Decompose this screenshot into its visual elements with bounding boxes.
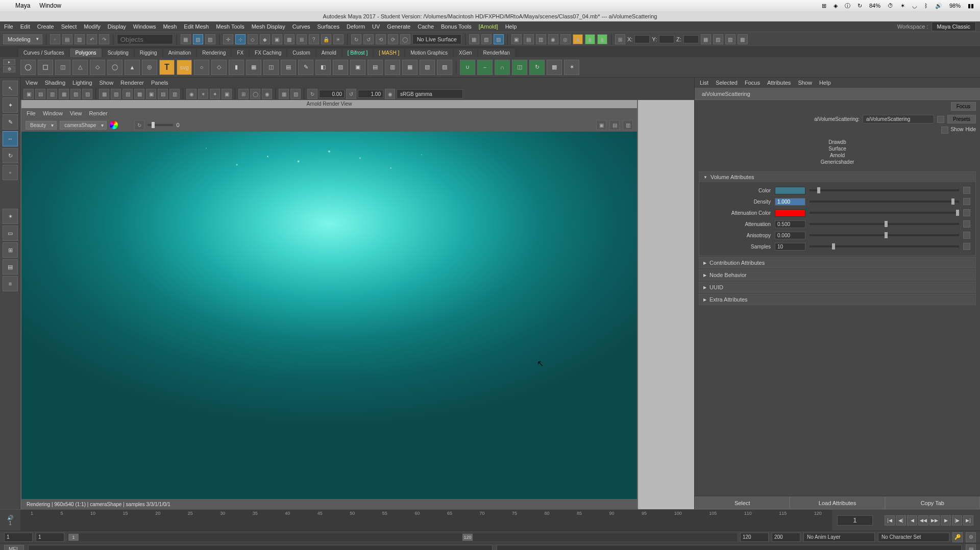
toggle-icon[interactable]: ▧: [481, 34, 492, 44]
sym-icon[interactable]: ◯: [400, 34, 410, 44]
paint-select-icon[interactable]: ✎: [3, 114, 18, 130]
hypershade-icon[interactable]: ◉: [548, 34, 558, 44]
panel-view[interactable]: View: [26, 80, 38, 86]
shelf-tab-custom[interactable]: Custom: [287, 48, 315, 57]
menu-bonus[interactable]: Bonus Tools: [441, 23, 472, 30]
attenuation-color-swatch[interactable]: [775, 209, 805, 217]
axis-x-field[interactable]: [634, 35, 650, 43]
rotate-tool-icon[interactable]: ↻: [3, 148, 18, 163]
undo-icon[interactable]: ↶: [87, 34, 97, 44]
shelf-tab-animation[interactable]: Animation: [163, 48, 196, 57]
snap-curve-icon[interactable]: ⊹: [235, 34, 246, 44]
grid-icon[interactable]: ⊞: [238, 89, 249, 99]
rv-view[interactable]: View: [70, 110, 82, 116]
mac-window-menu[interactable]: Window: [39, 2, 61, 9]
target-weld-icon[interactable]: ▧: [420, 60, 435, 75]
mac-app-name[interactable]: Maya: [15, 2, 30, 9]
menu-set-dropdown[interactable]: Modeling: [3, 34, 42, 44]
density-field[interactable]: [775, 198, 805, 206]
hud-icon[interactable]: ◯: [250, 89, 260, 99]
shelf-tab-rendering[interactable]: Rendering: [197, 48, 231, 57]
new-scene-icon[interactable]: ▫: [50, 34, 60, 44]
hide-button[interactable]: Hide: [965, 127, 976, 134]
range-end-field[interactable]: [772, 533, 800, 542]
live-surface-label[interactable]: No Live Surface: [412, 34, 461, 44]
exposure-slider[interactable]: [148, 124, 173, 126]
bool-icon[interactable]: ◫: [512, 60, 527, 75]
section-header-extra[interactable]: ▶Extra Attributes: [699, 294, 975, 305]
prefs-icon[interactable]: ⚙: [966, 532, 976, 542]
audio-toggle-icon[interactable]: 🔊1: [0, 510, 20, 531]
film-gate-icon[interactable]: ▦: [59, 89, 69, 99]
attenuation-field[interactable]: [775, 220, 805, 228]
isolate-icon[interactable]: ◉: [186, 89, 197, 99]
selection-search[interactable]: [117, 34, 173, 44]
resolution-gate-icon[interactable]: ▧: [70, 89, 81, 99]
current-frame-field[interactable]: [837, 515, 873, 526]
layout-single-icon[interactable]: ▭: [3, 226, 18, 241]
ae-focus[interactable]: Focus: [745, 80, 760, 86]
playback-start-field[interactable]: [36, 533, 64, 542]
shelf-tab-bifrost[interactable]: [ Bifrost ]: [342, 48, 373, 57]
focus-button[interactable]: Focus: [951, 102, 976, 111]
menu-display[interactable]: Display: [108, 23, 126, 30]
node-name-field[interactable]: aiVolumeScattering: [863, 115, 934, 123]
stop-icon[interactable]: ▥: [623, 120, 633, 130]
range-end-handle[interactable]: 120: [462, 534, 473, 541]
poly-misc-icon[interactable]: ▦: [246, 60, 261, 75]
ae-attributes[interactable]: Attributes: [767, 80, 791, 86]
extrude-icon[interactable]: ▣: [350, 60, 365, 75]
menu-curves[interactable]: Curves: [292, 23, 310, 30]
cmd-language-label[interactable]: MEL: [4, 545, 24, 550]
color-slider[interactable]: [810, 189, 959, 191]
shelf-tab-arnold[interactable]: Arnold: [316, 48, 341, 57]
sym-icon[interactable]: ⟳: [388, 34, 398, 44]
poly-disc-icon[interactable]: ○: [194, 60, 209, 75]
help-icon[interactable]: ?: [309, 34, 319, 44]
layout-custom-icon[interactable]: ▤: [3, 259, 18, 274]
rv-window[interactable]: Window: [43, 110, 63, 116]
bridge-icon[interactable]: ▤: [368, 60, 383, 75]
show-button[interactable]: Show: [950, 127, 963, 134]
panel-show[interactable]: Show: [100, 80, 114, 86]
snap-plane-icon[interactable]: ◆: [260, 34, 270, 44]
open-scene-icon[interactable]: ▤: [62, 34, 72, 44]
snap-grid-icon[interactable]: ✛: [223, 34, 233, 44]
step-back-key-icon[interactable]: ◀|: [896, 515, 906, 526]
play-back-icon[interactable]: ◀◀: [918, 515, 928, 526]
smooth-shade-icon[interactable]: ▧: [111, 89, 121, 99]
panel-layout-icon[interactable]: ▮: [585, 34, 595, 44]
last-tool-icon[interactable]: ✶: [3, 209, 18, 224]
shelf-tab-rigging[interactable]: Rigging: [135, 48, 162, 57]
sym-icon[interactable]: ⟲: [376, 34, 386, 44]
polycount-icon[interactable]: ▣: [222, 89, 232, 99]
select-by-object-icon[interactable]: ▨: [205, 34, 215, 44]
color-swatch[interactable]: [775, 187, 805, 194]
menu-mesh[interactable]: Mesh: [163, 23, 177, 30]
section-header-contribution[interactable]: ▶Contribution Attributes: [699, 258, 975, 268]
section-header-volume[interactable]: ▼Volume Attributes: [699, 172, 975, 182]
mirror-icon[interactable]: ◧: [315, 60, 331, 75]
ipr-icon[interactable]: ▤: [609, 120, 620, 130]
section-header-node[interactable]: ▶Node Behavior: [699, 270, 975, 280]
menu-file[interactable]: File: [4, 23, 13, 30]
playback-end-field[interactable]: [740, 533, 769, 542]
shelf-tab-mograph[interactable]: Motion Graphics: [405, 48, 453, 57]
ao-icon[interactable]: ▤: [158, 89, 168, 99]
multi-cut-icon[interactable]: ▦: [402, 60, 418, 75]
checker-icon[interactable]: ▩: [547, 60, 562, 75]
ae-selected[interactable]: Selected: [716, 80, 738, 86]
map-button-icon[interactable]: [963, 243, 970, 250]
attr-editor-icon[interactable]: ▧: [713, 34, 723, 44]
render-settings-icon[interactable]: ▥: [536, 34, 546, 44]
anisotropy-slider[interactable]: [810, 234, 959, 236]
snapshot-icon[interactable]: ▣: [596, 120, 606, 130]
panel-panels[interactable]: Panels: [151, 80, 168, 86]
samples-field[interactable]: [775, 243, 805, 251]
time-ruler[interactable]: 1510152025303540455055606570758085909510…: [20, 510, 832, 531]
bool-icon[interactable]: ↻: [529, 60, 545, 75]
ae-node-tab[interactable]: aiVolumeScattering: [695, 88, 980, 100]
go-start-icon[interactable]: |◀: [885, 515, 895, 526]
density-slider[interactable]: [810, 201, 959, 203]
combine-icon[interactable]: ◫: [263, 60, 279, 75]
